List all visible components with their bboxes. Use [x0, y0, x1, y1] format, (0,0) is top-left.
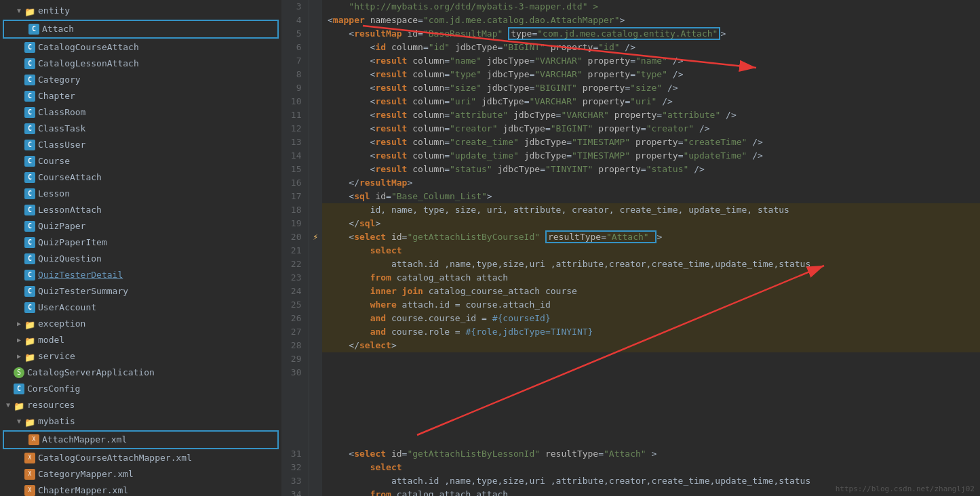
xml-icon: X [24, 453, 35, 463]
code-line-32: 32 select [281, 461, 980, 474]
sidebar-item-catalog-course-attach-mapper[interactable]: X CatalogCourseAttachMapper.xml [0, 450, 281, 466]
file-label: ChapterMapper.xml [38, 484, 128, 496]
line-content: <result column="status" jdbcType="TINYIN… [322, 163, 980, 176]
line-gutter: ⚡ [309, 230, 322, 244]
resources-folder[interactable]: ▼ resources [0, 397, 281, 413]
line-content: <select id="getAttachListByCourseId" res… [322, 230, 980, 244]
class-label: LessonAttach [38, 203, 102, 217]
sidebar-item-quiztestersummary[interactable]: C QuizTesterSummary [0, 283, 281, 299]
service-folder[interactable]: ▶ service [0, 348, 281, 365]
line-content: <result column="type" jdbcType="VARCHAR"… [322, 68, 980, 81]
line-gutter [309, 41, 322, 54]
line-number: 6 [281, 41, 309, 54]
line-content: and course.course_id = #{courseId} [322, 312, 980, 325]
line-content: <result column="size" jdbcType="BIGINT" … [322, 81, 980, 95]
sidebar-item-classuser[interactable]: C ClassUser [0, 137, 281, 153]
line-number: 18 [281, 203, 309, 217]
class-label: UserAccount [38, 301, 96, 314]
xml-icon: X [24, 485, 35, 496]
sidebar-item-attach-mapper[interactable]: X AttachMapper.xml [3, 430, 279, 449]
sidebar-item-classtask[interactable]: C ClassTask [0, 121, 281, 137]
class-icon: C [24, 286, 35, 297]
watermark: https://blog.csdn.net/zhanglj02 [836, 484, 975, 493]
folder-icon [24, 318, 35, 329]
code-line-29: 29 [281, 352, 980, 366]
class-icon: C [24, 205, 35, 215]
line-content: 截图(Alt + A) [322, 366, 980, 447]
entity-folder[interactable]: ▼ entity [0, 3, 281, 19]
line-gutter [309, 447, 322, 461]
line-number: 15 [281, 163, 309, 176]
code-line-16: 16 </resultMap> [281, 176, 980, 190]
line-content: select [322, 244, 980, 257]
sidebar-item-quizpaper[interactable]: C QuizPaper [0, 218, 281, 234]
file-tree[interactable]: ▼ entity C Attach C CatalogCourseAttach … [0, 0, 281, 496]
sidebar-item-course[interactable]: C Course [0, 153, 281, 169]
exception-folder[interactable]: ▶ exception [0, 316, 281, 332]
sidebar-item-catalog-lesson-attach[interactable]: C CatalogLessonAttach [0, 56, 281, 72]
folder-label: resources [27, 398, 75, 412]
code-line-4: 4 <mapper namespace="com.jd.mee.catalog.… [281, 14, 980, 27]
sidebar-item-category-mapper[interactable]: X CategoryMapper.xml [0, 466, 281, 482]
code-line-3: 3 "http://mybatis.org/dtd/mybatis-3-mapp… [281, 0, 980, 14]
line-content: </sql> [322, 217, 980, 230]
class-label: CatalogServerApplication [27, 366, 155, 379]
line-content: attach.id ,name,type,size,uri ,attribute… [322, 257, 980, 271]
folder-icon [24, 5, 35, 16]
code-line-5: 5 <resultMap id="BaseResultMap" type="co… [281, 27, 980, 41]
line-gutter [309, 285, 322, 298]
class-label: CatalogLessonAttach [38, 57, 139, 70]
class-label: QuizTesterSummary [38, 285, 128, 298]
sidebar-item-cors-config[interactable]: C CorsConfig [0, 381, 281, 397]
sidebar-item-useraccount[interactable]: C UserAccount [0, 299, 281, 316]
sidebar-item-quizpaperitem[interactable]: C QuizPaperItem [0, 234, 281, 251]
line-number: 10 [281, 95, 309, 108]
sidebar-item-category[interactable]: C Category [0, 72, 281, 88]
code-line-23: 23 from catalog_attach attach [281, 271, 980, 285]
sidebar-item-quiztesterdetail[interactable]: C QuizTesterDetail [0, 267, 281, 283]
code-line-17: 17 <sql id="Base_Column_List"> [281, 190, 980, 203]
code-line-28: 28 </select> [281, 339, 980, 352]
class-icon: C [24, 123, 35, 134]
line-gutter [309, 461, 322, 474]
mybatis-folder[interactable]: ▼ mybatis [0, 413, 281, 430]
class-icon: C [24, 42, 35, 53]
sidebar-item-catalog-server-app[interactable]: S CatalogServerApplication [0, 365, 281, 381]
code-line-19: 19 </sql> [281, 217, 980, 230]
class-label: Attach [42, 22, 74, 36]
model-folder[interactable]: ▶ model [0, 332, 281, 348]
sidebar-item-lesson[interactable]: C Lesson [0, 186, 281, 202]
code-editor: 3 "http://mybatis.org/dtd/mybatis-3-mapp… [281, 0, 980, 496]
class-label: ClassRoom [38, 106, 85, 119]
class-icon: C [24, 237, 35, 248]
sidebar-item-lessonattach[interactable]: C LessonAttach [0, 202, 281, 218]
line-content: from catalog_attach attach [322, 271, 980, 285]
line-number: 34 [281, 488, 309, 496]
code-line-6: 6 <id column="id" jdbcType="BIGINT" prop… [281, 41, 980, 54]
expand-arrow: ▼ [14, 4, 24, 18]
line-gutter [309, 217, 322, 230]
sidebar-item-catalog-course-attach[interactable]: C CatalogCourseAttach [0, 39, 281, 56]
line-gutter [309, 14, 322, 27]
code-line-31: 31 <select id="getAttachListByLessonId" … [281, 447, 980, 461]
code-line-15: 15 <result column="status" jdbcType="TIN… [281, 163, 980, 176]
sidebar-item-quizquestion[interactable]: C QuizQuestion [0, 251, 281, 267]
line-gutter [309, 244, 322, 257]
sidebar-item-classroom[interactable]: C ClassRoom [0, 104, 281, 121]
sidebar-item-chapter-mapper[interactable]: X ChapterMapper.xml [0, 482, 281, 496]
sidebar-item-attach[interactable]: C Attach [3, 20, 279, 39]
sidebar-item-chapter[interactable]: C Chapter [0, 88, 281, 104]
line-content: <result column="update_time" jdbcType="T… [322, 149, 980, 163]
line-content: <result column="create_time" jdbcType="T… [322, 136, 980, 149]
code-line-21: 21 select [281, 244, 980, 257]
line-gutter [309, 68, 322, 81]
class-icon: C [24, 58, 35, 69]
sidebar-item-courseattach[interactable]: C CourseAttach [0, 169, 281, 186]
line-gutter [309, 366, 322, 447]
line-gutter [309, 474, 322, 488]
line-number: 31 [281, 447, 309, 461]
code-line-12: 12 <result column="creator" jdbcType="BI… [281, 122, 980, 136]
line-gutter [309, 149, 322, 163]
xml-icon: X [28, 434, 39, 445]
line-content: <resultMap id="BaseResultMap" type="com.… [322, 27, 980, 41]
